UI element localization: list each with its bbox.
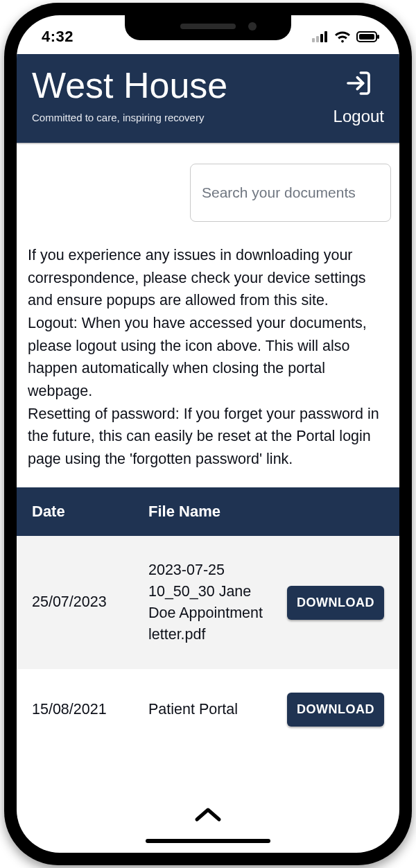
- documents-table: Date File Name 25/07/2023 2023-07-25 10_…: [17, 487, 399, 751]
- download-button[interactable]: DOWNLOAD: [287, 693, 384, 727]
- logout-label: Logout: [333, 107, 384, 125]
- download-button[interactable]: DOWNLOAD: [287, 586, 384, 620]
- brand: West House Committed to care, inspiring …: [32, 67, 227, 123]
- info-text: If you experience any issues in download…: [17, 237, 399, 487]
- app-header: West House Committed to care, inspiring …: [17, 54, 399, 144]
- cell-file: Patient Portal: [148, 699, 273, 720]
- svg-rect-5: [359, 34, 374, 40]
- cell-date: 15/08/2021: [32, 699, 148, 720]
- col-header-file: File Name: [148, 503, 273, 521]
- table-row: 15/08/2021 Patient Portal DOWNLOAD: [17, 669, 399, 750]
- device-notch: [125, 15, 291, 40]
- table-row: 25/07/2023 2023-07-25 10_50_30 Jane Doe …: [17, 536, 399, 670]
- wifi-icon: [334, 31, 351, 43]
- app-title: West House: [32, 67, 227, 105]
- svg-rect-0: [312, 38, 315, 42]
- svg-rect-2: [320, 34, 323, 42]
- cell-file: 2023-07-25 10_50_30 Jane Doe Appointment…: [148, 559, 273, 646]
- battery-icon: [356, 31, 380, 42]
- status-icons: [312, 31, 380, 43]
- logout-button[interactable]: Logout: [333, 67, 384, 126]
- logout-icon: [345, 69, 372, 97]
- svg-rect-3: [324, 31, 327, 42]
- svg-rect-6: [377, 35, 379, 39]
- cell-date: 25/07/2023: [32, 591, 148, 613]
- status-time: 4:32: [42, 28, 73, 46]
- app-tagline: Committed to care, inspiring recovery: [32, 112, 227, 123]
- col-header-date: Date: [32, 503, 148, 521]
- search-input[interactable]: [190, 164, 391, 222]
- chevron-up-icon: [193, 804, 223, 825]
- table-header: Date File Name: [17, 487, 399, 536]
- cellular-icon: [312, 31, 329, 42]
- search-area: [17, 144, 399, 237]
- svg-rect-1: [316, 36, 319, 42]
- home-indicator: [146, 839, 270, 843]
- scroll-top-button[interactable]: [193, 804, 223, 828]
